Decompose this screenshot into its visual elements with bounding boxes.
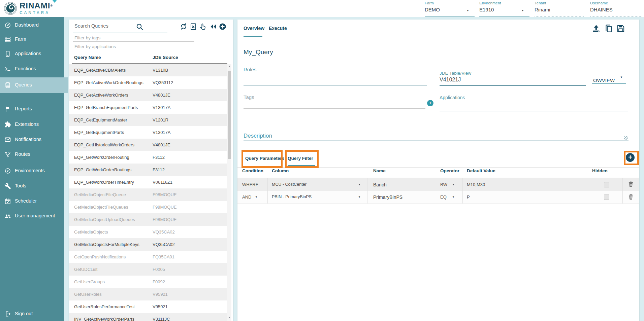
query-row[interactable]: GetMediaObjectsForMultipleKeysVQ35CA02 — [69, 238, 227, 251]
query-row[interactable]: GetUserGroupsF0092 — [69, 276, 227, 288]
upload-icon[interactable] — [591, 24, 601, 33]
query-name-title[interactable]: My_Query — [244, 48, 273, 56]
sidebar-item-notifications[interactable]: Notifications — [0, 133, 64, 146]
column-select-value[interactable]: MCU - CostCenter — [272, 182, 307, 187]
refresh-icon[interactable] — [180, 23, 188, 31]
sidebar-item-tools[interactable]: Tools — [0, 179, 64, 193]
sidebar-item-extensions[interactable]: Extensions — [0, 118, 64, 131]
owview-select-value[interactable]: OWVIEW — [593, 77, 615, 83]
filter-by-tags-input[interactable] — [74, 35, 176, 41]
sidebar-item-user-management[interactable]: User management — [0, 209, 64, 223]
query-list-scrollbar-thumb[interactable] — [228, 71, 231, 159]
copy-icon[interactable] — [604, 24, 613, 33]
owview-dropdown-caret[interactable]: ▼ — [620, 76, 623, 79]
subtab-query-filter[interactable]: Query Filter — [288, 156, 313, 161]
scrollbar-up-arrow[interactable]: ▲ — [228, 65, 231, 67]
sidebar-item-farm[interactable]: Farm — [0, 33, 64, 46]
hand-pointer-icon[interactable] — [199, 23, 207, 31]
username-value: DHAINES — [590, 6, 642, 13]
query-row[interactable]: GetOpenPushNotificationsFQ35CA01 — [69, 251, 227, 263]
top-bar: RINAMI® CANTARA Farm DEMO ▼ Environment … — [0, 0, 644, 17]
query-row[interactable]: GetUDCListF0005 — [69, 263, 227, 276]
sidebar-item-applications[interactable]: Applications — [0, 47, 64, 61]
sidebar-item-functions[interactable]: Functions — [0, 62, 64, 76]
query-row[interactable]: EQP_GetWorkOrderTimeEntryV06116Z1 — [69, 176, 227, 188]
add-query-icon[interactable] — [219, 23, 227, 31]
column-select-value[interactable]: PBIN - PrimaryBinPS — [272, 194, 312, 199]
query-row[interactable]: EQP_GetActiveWorkOrdersV4801JE — [69, 89, 227, 101]
operator-select-value[interactable]: EQ — [440, 194, 447, 200]
query-row[interactable]: EQP_GetBranchEquipmentPartsV13017A — [69, 101, 227, 114]
query-row[interactable]: GetUserRolesPerformanceTestV95921 — [69, 300, 227, 313]
environment-selector[interactable]: Environment E1910 ▼ — [479, 1, 529, 16]
query-row[interactable]: EQP_GetActiveWorkOrderRoutingsVQ353112 — [69, 76, 227, 89]
query-row[interactable]: GetMediaObjectFileQueuesF98MOQUE — [69, 201, 227, 213]
default-value-input[interactable]: P — [467, 194, 470, 200]
operator-dropdown-caret[interactable]: ▼ — [452, 183, 455, 186]
rewind-icon[interactable] — [209, 23, 217, 31]
sidebar-item-queries[interactable]: Queries — [0, 77, 68, 93]
column-dropdown-caret[interactable]: ▼ — [358, 183, 361, 186]
query-row[interactable]: EQP_GetWorkOrderRoutingF3112 — [69, 151, 227, 164]
add-filter-condition-button[interactable]: + — [626, 153, 635, 162]
query-row[interactable]: INV_GetActiveWorkOrderPartsV3111JC — [69, 313, 227, 321]
save-icon[interactable] — [616, 24, 625, 33]
column-dropdown-caret[interactable]: ▼ — [358, 195, 361, 199]
delete-row-icon[interactable] — [627, 193, 634, 200]
name-input-value[interactable]: Banch — [373, 182, 387, 187]
sidebar-item-scheduler[interactable]: Scheduler — [0, 194, 64, 208]
query-row[interactable]: EQP_GetHistoricalWorkOrdersV4801JE — [69, 139, 227, 151]
sidebar-item-label: Environments — [15, 168, 45, 173]
operator-select-value[interactable]: BW — [440, 182, 447, 187]
query-row[interactable]: GetMediaObjectsVQ35CA02 — [69, 226, 227, 238]
filter-column-divider — [436, 178, 436, 204]
farm-selector[interactable]: Farm DEMO ▼ — [425, 1, 475, 16]
query-source: V13017A — [153, 105, 171, 110]
default-value-input[interactable]: M10;M30 — [467, 182, 485, 187]
condition-dropdown-caret[interactable]: ▼ — [255, 195, 258, 199]
query-row[interactable]: EQP_GetActiveCBMAlertsV1310B — [69, 64, 227, 76]
query-row[interactable]: EQP_GetWorkOrderRoutingsF3112 — [69, 164, 227, 176]
subtab-query-parameters[interactable]: Query Parameters — [245, 156, 284, 161]
jde-table-view-label: JDE Table/View — [440, 71, 471, 76]
sidebar-item-environments[interactable]: Environments — [0, 164, 64, 178]
scrollbar-down-arrow[interactable]: ▼ — [228, 316, 231, 319]
description-resize-grip[interactable] — [624, 136, 628, 140]
search-icon[interactable] — [136, 23, 144, 31]
query-row[interactable]: GetMediaObjectFileQueueF98MOQUE — [69, 188, 227, 201]
add-tag-icon[interactable]: + — [427, 100, 433, 106]
name-input-value[interactable]: PrimaryBinPS — [373, 194, 402, 200]
description-textarea-underline[interactable] — [244, 140, 629, 141]
condition-select-value[interactable]: AND — [242, 194, 251, 200]
search-queries-input[interactable] — [74, 23, 163, 29]
query-name: GetUserRoles — [74, 292, 102, 297]
sidebar-item-dashboard[interactable]: Dashboard — [0, 19, 64, 32]
condition-value[interactable]: WHERE — [242, 182, 258, 187]
query-name: EQP_GetActiveWorkOrderRoutings — [74, 80, 143, 85]
environment-dropdown-caret[interactable]: ▼ — [521, 9, 524, 12]
query-row[interactable]: EQP_GetEquipmentPartsV13017A — [69, 126, 227, 139]
username-label: Username — [590, 1, 642, 5]
query-row[interactable]: GetUserRolesV95921 — [69, 288, 227, 300]
jde-table-view-value[interactable]: V41021J — [440, 77, 461, 83]
hidden-checkbox[interactable] — [604, 182, 609, 187]
tab-overview[interactable]: Overview — [244, 26, 264, 31]
applications-input-underline[interactable] — [440, 111, 628, 111]
sidebar-item-routes[interactable]: Routes — [0, 148, 64, 161]
operator-dropdown-caret[interactable]: ▼ — [452, 195, 455, 199]
tab-execute[interactable]: Execute — [269, 26, 287, 31]
roles-input-underline[interactable] — [244, 85, 427, 85]
tags-input-underline[interactable] — [244, 108, 425, 109]
sidebar-item-signout[interactable]: Sign out — [0, 307, 64, 321]
query-name: GetOpenPushNotifications — [74, 254, 126, 259]
reports-icon — [4, 106, 11, 112]
queries-icon — [4, 82, 11, 88]
filter-by-applications-input[interactable] — [74, 44, 176, 49]
sidebar-item-reports[interactable]: Reports — [0, 102, 64, 116]
query-row[interactable]: GetMediaObjectUploadQueuesF98MOQUE — [69, 213, 227, 226]
hidden-checkbox[interactable] — [604, 194, 609, 200]
query-row[interactable]: EQP_GetEquipmentMasterV1201R — [69, 114, 227, 126]
delete-row-icon[interactable] — [627, 181, 634, 188]
export-excel-icon[interactable] — [189, 23, 197, 31]
farm-dropdown-caret[interactable]: ▼ — [466, 9, 469, 12]
